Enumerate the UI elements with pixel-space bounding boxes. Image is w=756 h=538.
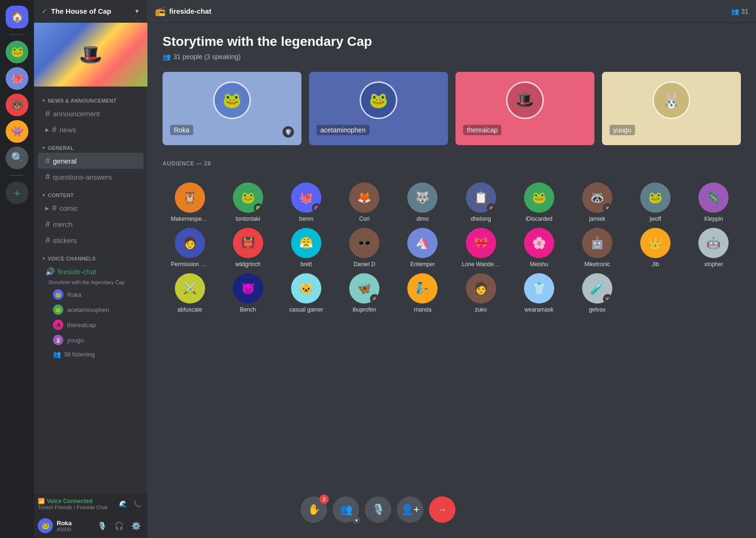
collapse-icon: ▼: [42, 98, 46, 103]
audience-avatar: 🌸: [524, 228, 554, 258]
audience-member-jwoff[interactable]: 🐸 jwoff: [628, 182, 683, 222]
speaker-card-roka[interactable]: 🐸 Roka 🛡️: [163, 72, 301, 145]
audience-member-benm[interactable]: 🐙 🟣 benm: [279, 182, 333, 222]
audience-member-dimo[interactable]: 🐺 dimo: [395, 182, 450, 222]
audience-member-daniel-d[interactable]: 🕶️ Daniel D: [337, 228, 392, 268]
audience-member-kleppin[interactable]: 🦎 Kleppin: [687, 182, 741, 222]
audience-member-idiscarded[interactable]: 🐸 iDiscarded: [512, 182, 566, 222]
raise-hand-button[interactable]: ✋ 2: [301, 496, 327, 523]
speaker-badge-roka: 🛡️: [283, 126, 294, 138]
hash-icon: #: [45, 172, 50, 182]
server-icon-1[interactable]: 🐸: [6, 41, 28, 63]
discord-home-button[interactable]: 🏠: [6, 6, 28, 28]
speaker-card-yuugu[interactable]: 🐰 yuugu: [602, 72, 741, 145]
audience-member-meishu[interactable]: 🌸 Meishu: [512, 228, 566, 268]
add-speaker-button[interactable]: 👤+: [397, 496, 423, 523]
audience-name: wearamask: [524, 306, 553, 313]
audience-avatar: 🕶️: [349, 228, 379, 258]
vc-avatar: 🐸: [53, 304, 63, 315]
audience-member-tontontaki[interactable]: 🐸 🟢 tontontaki: [221, 182, 275, 222]
audience-member-ibuprofen[interactable]: 🦋 🔇 ibuprofen: [337, 273, 392, 313]
hash-icon: #: [52, 125, 57, 135]
audience-avatar: 🦊: [349, 182, 379, 213]
server-icon-2[interactable]: 🐙: [6, 67, 28, 90]
audience-member-xtopher[interactable]: 🤖 xtopher: [687, 228, 741, 268]
arrow-icon: ▶: [45, 206, 49, 211]
audience-name: zuko: [475, 306, 487, 313]
category-news-announcement[interactable]: ▼ NEWS & ANNOUNCEMENT: [34, 90, 147, 105]
mute-microphone-button[interactable]: 🎙️: [94, 518, 110, 533]
audience-member-rnanda[interactable]: 🧞 rnanda: [395, 273, 450, 313]
category-general[interactable]: ▼ GENERAL: [34, 138, 147, 153]
collapse-icon: ▼: [42, 193, 46, 198]
audience-member-lone-wanderer[interactable]: 🎀 Lone Wanderer: [454, 228, 508, 268]
audience-avatar: 🦉: [175, 182, 205, 213]
audience-member-brett[interactable]: 😤 brett: [279, 228, 333, 268]
audience-name: tontontaki: [236, 216, 260, 222]
audience-member-wildgrinch[interactable]: 👹 wildgrinch: [221, 228, 275, 268]
leave-stage-button[interactable]: →: [429, 496, 455, 523]
channel-questions-answers[interactable]: # questions-answers: [38, 169, 144, 185]
vc-username: acetaminophen: [67, 306, 109, 313]
vc-waves-icon[interactable]: 🌊: [116, 497, 129, 511]
category-content[interactable]: ▼ CONTENT: [34, 185, 147, 200]
category-voice[interactable]: ▼ VOICE CHANNELS: [34, 248, 147, 263]
channel-name: announcement: [53, 110, 100, 118]
audience-avatar: 👕: [524, 273, 554, 304]
channel-announcement[interactable]: # announcement: [38, 105, 144, 121]
vc-user-roka[interactable]: 🐸 Roka: [38, 287, 144, 302]
audience-member-bench[interactable]: 😈 Bench: [221, 273, 275, 313]
people-count: 👥 31: [731, 8, 748, 15]
audience-member-makemespeakrr[interactable]: 🦉 Makemespeakrr: [163, 182, 217, 222]
audience-member-dhelong[interactable]: 📋 🔇 dhelong: [454, 182, 508, 222]
vc-user-yuugu[interactable]: 🐰 yuugu: [38, 332, 144, 347]
audience-member-abfuscate[interactable]: ⚔️ abfuscate: [163, 273, 217, 313]
mute-button[interactable]: 🎙️: [365, 496, 391, 523]
settings-button[interactable]: ⚙️: [129, 518, 144, 533]
audience-member-permission-man[interactable]: 🧑 Permission Man: [163, 228, 217, 268]
speaker-card-therealcap[interactable]: 🎩 therealcap: [455, 72, 594, 145]
audience-member-jib[interactable]: 👑 Jib: [628, 228, 683, 268]
vc-status-label: 📶 Voice Connected: [38, 498, 113, 504]
channel-comic[interactable]: ▶ # comic: [38, 200, 144, 216]
speaker-card-acetaminophen[interactable]: 🐸 acetaminophen: [309, 72, 448, 145]
audience-avatar: 🧑: [466, 273, 496, 304]
channel-name: news: [60, 126, 76, 134]
channel-name: general: [53, 157, 77, 165]
channel-general[interactable]: # general: [38, 153, 144, 169]
channel-merch[interactable]: # merch: [38, 216, 144, 232]
audience-name: rnanda: [414, 306, 431, 313]
audience-member-miketronic[interactable]: 🤖 Miketronic: [570, 228, 624, 268]
audience-member-casual-gamer[interactable]: 🐱 casual gamer: [279, 273, 333, 313]
vc-disconnect-icon[interactable]: 📞: [130, 497, 144, 511]
channel-stickers[interactable]: # stickers: [38, 232, 144, 248]
voice-channel-fireside-chat[interactable]: 🔊 fireside-chat: [38, 263, 144, 279]
vc-user-acetaminophen[interactable]: 🐸 acetaminophen: [38, 302, 144, 317]
audience-avatar: 🐙 🟣: [291, 182, 321, 213]
audience-member-entemper[interactable]: 🦄 Entemper: [395, 228, 450, 268]
add-server-button[interactable]: ＋: [6, 182, 28, 204]
deafen-button[interactable]: 🎧: [112, 518, 127, 533]
user-avatar: 🐸: [38, 518, 53, 533]
audience-avatar: 😤: [291, 228, 321, 258]
vc-control-icons: 🌊 📞: [116, 497, 144, 511]
channel-news[interactable]: ▶ # news: [38, 121, 144, 138]
audience-avatar: 🧑: [175, 228, 205, 258]
server-header[interactable]: ✓ The House of Cap ▼: [34, 0, 147, 23]
audience-member-cori[interactable]: 🦊 Cori: [337, 182, 392, 222]
audience-member-getvax[interactable]: 🧪 🔇 getvax: [570, 273, 624, 313]
hash-icon: #: [45, 109, 50, 119]
voice-channel-subtitle: Storytime with the legendary Cap: [44, 279, 147, 287]
server-icon-5[interactable]: 🔍: [6, 147, 28, 169]
audience-avatar: 😈: [233, 273, 263, 304]
vc-user-therealcap[interactable]: 🎩 therealcap: [38, 317, 144, 332]
audience-member-jamiek[interactable]: 🦝 🔇 jamiek: [570, 182, 624, 222]
hash-icon: #: [45, 235, 50, 245]
server-icon-3[interactable]: 🐻: [6, 94, 28, 116]
audience-member-zuko[interactable]: 🧑 zuko: [454, 273, 508, 313]
boost-badge: 🟢: [254, 203, 263, 213]
stage-title: Storytime with the legendary Cap: [163, 34, 741, 49]
server-icon-4[interactable]: 👾: [6, 120, 28, 143]
audience-member-wearamask[interactable]: 👕 wearamask: [512, 273, 566, 313]
invite-speakers-button[interactable]: 👥 ▾: [333, 496, 359, 523]
